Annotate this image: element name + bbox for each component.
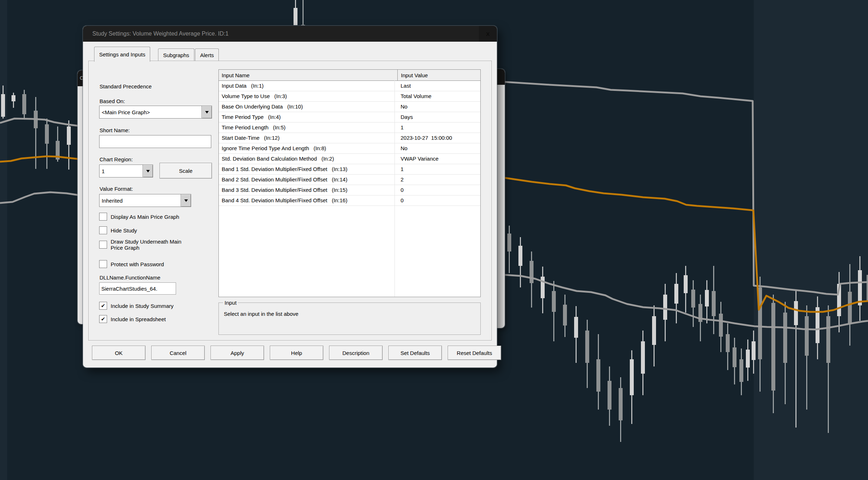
input-groupbox-label: Input xyxy=(223,300,238,306)
tab-subgraphs[interactable]: Subgraphs xyxy=(158,49,194,61)
table-row[interactable]: Std. Deviation Band Calculation Method (… xyxy=(219,154,480,164)
input-value-cell: 2023-10-27 15:00:00 xyxy=(397,133,480,143)
checkbox-draw-study-underneath[interactable]: Draw Study Underneath Main Price Graph xyxy=(99,239,207,251)
background-window-left-edge: C xyxy=(78,70,83,324)
based-on-value: <Main Price Graph> xyxy=(100,109,202,115)
checkbox-icon[interactable] xyxy=(99,260,107,268)
input-name-cell: Start Date-Time (In:12) xyxy=(219,133,397,143)
chevron-down-icon[interactable] xyxy=(181,194,191,207)
apply-button[interactable]: Apply xyxy=(211,346,264,360)
help-button[interactable]: Help xyxy=(270,346,323,360)
dialog-button-row: OK Cancel Apply Help Description Set Def… xyxy=(92,346,501,360)
value-format-dropdown[interactable]: Inherited xyxy=(99,194,191,207)
based-on-label: Based On: xyxy=(100,98,125,104)
ok-button[interactable]: OK xyxy=(92,346,146,360)
dll-function-name-field[interactable] xyxy=(99,282,176,295)
checkbox-icon[interactable]: ✔ xyxy=(99,315,107,323)
chevron-down-icon[interactable] xyxy=(143,165,153,177)
background-window-right-edge xyxy=(497,69,505,328)
input-name-cell: Time Period Length (In:5) xyxy=(219,123,397,133)
checkbox-include-in-study-summary[interactable]: ✔ Include in Study Summary xyxy=(99,302,174,310)
checkbox-label: Hide Study xyxy=(111,227,137,234)
input-value-cell: Total Volume xyxy=(397,91,480,101)
input-name-cell: Time Period Type (In:4) xyxy=(219,112,397,122)
standard-precedence-label: Standard Precedence xyxy=(100,83,152,89)
table-row[interactable]: Time Period Type (In:4)Days xyxy=(219,112,480,123)
tab-label: Subgraphs xyxy=(163,52,189,58)
checkbox-icon[interactable] xyxy=(99,241,107,249)
input-groupbox-message: Select an input in the list above xyxy=(224,311,299,317)
checkbox-label: Include in Study Summary xyxy=(111,303,174,309)
table-row[interactable]: Volume Type to Use (In:3)Total Volume xyxy=(219,91,480,102)
checkbox-display-as-main-price-graph[interactable]: Display As Main Price Graph xyxy=(99,213,179,221)
value-format-value: Inherited xyxy=(100,198,181,204)
input-name-cell: Band 3 Std. Deviation Multiplier/Fixed O… xyxy=(219,185,397,195)
set-defaults-button[interactable]: Set Defaults xyxy=(388,346,442,360)
tab-settings-and-inputs[interactable]: Settings and Inputs xyxy=(94,47,150,62)
background-window-titlebar xyxy=(497,69,505,85)
dialog-titlebar[interactable]: Study Settings: Volume Weighted Average … xyxy=(83,26,497,42)
table-row[interactable]: Band 3 Std. Deviation Multiplier/Fixed O… xyxy=(219,185,480,195)
input-value-cell: No xyxy=(397,143,480,153)
input-value-cell: Days xyxy=(397,112,480,122)
input-name-cell: Input Data (In:1) xyxy=(219,81,397,91)
checkbox-icon[interactable]: ✔ xyxy=(99,302,107,310)
tab-label: Alerts xyxy=(200,52,214,58)
short-name-input[interactable] xyxy=(99,135,211,148)
input-name-cell: Volume Type to Use (In:3) xyxy=(219,91,397,101)
input-name-cell: Std. Deviation Band Calculation Method (… xyxy=(219,154,397,164)
input-name-cell: Band 4 Std. Deviation Multiplier/Fixed O… xyxy=(219,195,397,206)
input-value-cell: 1 xyxy=(397,164,480,174)
table-row[interactable]: Ignore Time Period Type And Length (In:8… xyxy=(219,143,480,154)
chevron-down-icon[interactable] xyxy=(202,106,212,118)
value-format-label: Value Format: xyxy=(100,186,133,192)
input-groupbox: Input Select an input in the list above xyxy=(218,303,481,335)
input-name-column-header[interactable]: Input Name xyxy=(219,70,398,80)
chart-region-label: Chart Region: xyxy=(100,156,133,162)
close-icon: X xyxy=(486,31,490,37)
dialog-title: Study Settings: Volume Weighted Average … xyxy=(92,26,228,42)
table-row[interactable]: Band 1 Std. Deviation Multiplier/Fixed O… xyxy=(219,164,480,175)
table-row[interactable]: Band 2 Std. Deviation Multiplier/Fixed O… xyxy=(219,175,480,185)
cancel-button[interactable]: Cancel xyxy=(151,346,205,360)
scale-button[interactable]: Scale xyxy=(160,163,212,179)
close-button[interactable]: X xyxy=(479,26,497,42)
checkbox-protect-with-password[interactable]: Protect with Password xyxy=(99,260,164,268)
tab-label: Settings and Inputs xyxy=(99,51,145,57)
checkbox-icon[interactable] xyxy=(99,213,107,221)
input-value-cell: Last xyxy=(397,81,480,91)
input-value-column-header[interactable]: Input Value xyxy=(398,70,480,80)
table-row[interactable]: Band 4 Std. Deviation Multiplier/Fixed O… xyxy=(219,195,480,206)
study-settings-dialog: Study Settings: Volume Weighted Average … xyxy=(83,26,497,368)
checkbox-hide-study[interactable]: Hide Study xyxy=(99,226,137,234)
dll-function-name-label: DLLName.FunctionName xyxy=(100,274,160,281)
checkbox-icon[interactable] xyxy=(99,226,107,234)
checkbox-include-in-spreadsheet[interactable]: ✔ Include in Spreadsheet xyxy=(99,315,166,323)
table-row[interactable]: Start Date-Time (In:12)2023-10-27 15:00:… xyxy=(219,133,480,143)
input-value-cell: No xyxy=(397,102,480,112)
screen: { "window": { "title": "Study Settings: … xyxy=(0,0,868,480)
inputs-table[interactable]: Input Name Input Value Input Data (In:1)… xyxy=(218,69,481,297)
checkbox-label: Display As Main Price Graph xyxy=(111,214,179,220)
checkbox-label: Protect with Password xyxy=(111,261,164,267)
based-on-dropdown[interactable]: <Main Price Graph> xyxy=(99,106,212,119)
input-value-cell: 0 xyxy=(397,195,480,206)
reset-defaults-button[interactable]: Reset Defaults xyxy=(448,346,501,360)
inputs-table-header: Input Name Input Value xyxy=(219,70,480,81)
table-row[interactable]: Time Period Length (In:5)1 xyxy=(219,123,480,133)
input-name-cell: Base On Underlying Data (In:10) xyxy=(219,102,397,112)
checkbox-label: Include in Spreadsheet xyxy=(111,316,166,322)
column-divider xyxy=(394,80,395,297)
input-value-cell: 2 xyxy=(397,175,480,185)
short-name-label: Short Name: xyxy=(100,127,130,133)
chart-region-value: 1 xyxy=(100,168,143,174)
chart-region-dropdown[interactable]: 1 xyxy=(99,165,153,177)
description-button[interactable]: Description xyxy=(329,346,383,360)
background-window-titlebar: C xyxy=(78,70,83,86)
input-name-cell: Band 1 Std. Deviation Multiplier/Fixed O… xyxy=(219,164,397,174)
input-name-cell: Ignore Time Period Type And Length (In:8… xyxy=(219,143,397,153)
table-row[interactable]: Input Data (In:1)Last xyxy=(219,81,480,91)
input-value-cell: 0 xyxy=(397,185,480,195)
table-row[interactable]: Base On Underlying Data (In:10)No xyxy=(219,102,480,112)
tab-alerts[interactable]: Alerts xyxy=(195,49,219,61)
